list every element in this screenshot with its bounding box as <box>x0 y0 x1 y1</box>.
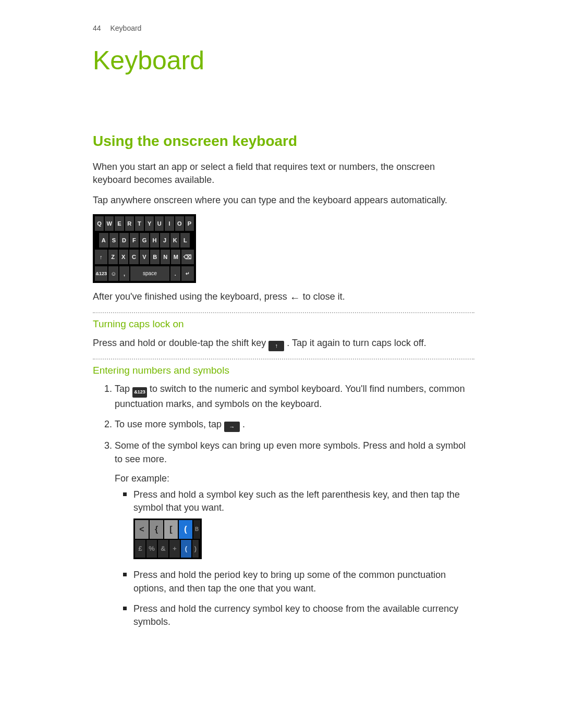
shift-key-icon: ↑ <box>95 250 107 264</box>
kb-key: C <box>129 250 139 264</box>
onscreen-keyboard-illustration: Q W E R T Y U I O P A S D F G H J K L ↑ … <box>93 214 196 283</box>
period-key: . <box>170 266 180 281</box>
kb-key: W <box>105 216 114 231</box>
divider <box>93 312 474 313</box>
sym-key: % <box>146 540 157 558</box>
kb-key: D <box>119 233 129 248</box>
kb-key: P <box>185 216 194 231</box>
kb-key: Y <box>145 216 154 231</box>
step2-text-a: To use more symbols, tap <box>115 419 224 429</box>
kb-key: A <box>99 233 108 248</box>
sym-row-1: < { [ ( B <box>135 520 200 539</box>
kb-row-2: A S D F G H J K L <box>95 233 194 248</box>
kb-row-1: Q W E R T Y U I O P <box>95 216 194 231</box>
sym-key-partial: B <box>193 520 200 539</box>
steps-list: Tap &123 to switch to the numeric and sy… <box>93 382 474 628</box>
bullet-1: Press and hold a symbol key such as the … <box>133 488 474 561</box>
kb-key: K <box>170 233 180 248</box>
subhead-numbers-symbols: Entering numbers and symbols <box>93 364 474 378</box>
kb-key: H <box>150 233 160 248</box>
page-title: Keyboard <box>93 42 474 79</box>
kb-key: Q <box>95 216 104 231</box>
kb-key: J <box>160 233 169 248</box>
kb-key: V <box>140 250 149 264</box>
sym-key-held: ( <box>181 540 191 558</box>
kb-key: U <box>155 216 164 231</box>
sym-key: < <box>135 520 149 539</box>
kb-key: N <box>161 250 170 264</box>
backspace-key-icon: ⌫ <box>181 250 194 264</box>
sym-key: + <box>169 540 180 558</box>
arrow-right-icon: → <box>224 422 240 432</box>
kb-key: O <box>175 216 184 231</box>
step-1: Tap &123 to switch to the numeric and sy… <box>115 382 474 410</box>
bullet-2: Press and hold the period key to bring u… <box>133 569 474 595</box>
kb-key: I <box>165 216 174 231</box>
kb-key: E <box>115 216 124 231</box>
bullet-3-text: Press and hold the currency symbol key t… <box>133 603 458 627</box>
intro-paragraph-2: Tap anywhere onscreen where you can type… <box>93 194 474 207</box>
step-3: Some of the symbol keys can bring up eve… <box>115 439 474 628</box>
kb-key: G <box>140 233 149 248</box>
intro-paragraph-1: When you start an app or select a field … <box>93 161 474 187</box>
kb-row-4: &123 ☺ , space . ↵ <box>95 266 194 281</box>
kb-key: Z <box>108 250 118 264</box>
sym-key: £ <box>135 540 145 558</box>
sym-key: { <box>150 520 163 539</box>
after-kb-text-b: to close it. <box>303 291 345 302</box>
sym-key-partial: ) <box>192 540 199 558</box>
step2-text-b: . <box>242 419 245 429</box>
space-key: space <box>130 266 169 281</box>
symbols-key-icon: &123 <box>132 387 147 398</box>
kb-key: R <box>125 216 134 231</box>
subhead-caps-lock: Turning caps lock on <box>93 317 474 331</box>
kb-key: S <box>109 233 119 248</box>
bullet-1-text: Press and hold a symbol key such as the … <box>133 488 474 514</box>
example-bullets: Press and hold a symbol key such as the … <box>115 488 474 628</box>
step1-text-b: to switch to the numeric and symbol keyb… <box>115 384 465 409</box>
kb-key: T <box>135 216 144 231</box>
symbol-popup-illustration: < { [ ( B £ % & + ( ) <box>133 519 202 559</box>
kb-key: L <box>180 233 190 248</box>
bullet-2-text: Press and hold the period key to bring u… <box>133 570 446 593</box>
back-arrow-icon: ← <box>290 290 300 305</box>
document-page: 44 Keyboard Keyboard Using the onscreen … <box>0 0 563 728</box>
caps-text-b: . Tap it again to turn caps lock off. <box>287 338 426 348</box>
sym-key: [ <box>164 520 178 539</box>
shift-key-icon: ↑ <box>268 341 284 351</box>
header-section: Keyboard <box>110 24 141 32</box>
kb-row-3: ↑ Z X C V B N M ⌫ <box>95 250 194 264</box>
emoji-key-icon: ☺ <box>108 266 118 281</box>
after-keyboard-note: After you've finished using the keyboard… <box>93 290 474 305</box>
kb-key: B <box>150 250 160 264</box>
kb-key: X <box>119 250 128 264</box>
divider <box>93 359 474 360</box>
bullet-3: Press and hold the currency symbol key t… <box>133 602 474 628</box>
after-kb-text-a: After you've finished using the keyboard… <box>93 291 290 302</box>
caps-lock-instruction: Press and hold or double-tap the shift k… <box>93 337 474 351</box>
sym-key: & <box>158 540 168 558</box>
step3-example-label: For example: <box>115 472 474 485</box>
sym-row-2: £ % & + ( ) <box>135 540 200 558</box>
page-header: 44 Keyboard <box>93 23 474 34</box>
step-2: To use more symbols, tap → . <box>115 418 474 433</box>
section-heading: Using the onscreen keyboard <box>93 131 474 151</box>
page-number: 44 <box>93 23 101 34</box>
kb-key: M <box>171 250 180 264</box>
caps-text-a: Press and hold or double-tap the shift k… <box>93 338 268 348</box>
sym-key-selected: ( <box>179 520 192 539</box>
symbols-key-icon: &123 <box>95 266 107 281</box>
comma-key: , <box>119 266 129 281</box>
enter-key-icon: ↵ <box>181 266 194 281</box>
step1-text-a: Tap <box>115 384 132 394</box>
kb-key: F <box>130 233 139 248</box>
step3-text: Some of the symbol keys can bring up eve… <box>115 439 474 465</box>
